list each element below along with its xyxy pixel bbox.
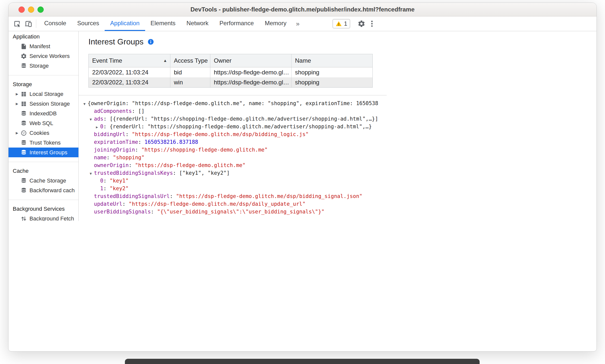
database-icon (20, 178, 27, 184)
warning-icon (335, 20, 342, 27)
sidebar-item-cache-storage[interactable]: Cache Storage (8, 176, 78, 185)
table-row[interactable]: 22/03/2022, 11:03:24bidhttps://dsp-fledg… (89, 67, 373, 78)
json-tree-row[interactable]: ▶0: {renderUrl: "https://shopping-fledge… (79, 123, 597, 131)
inspect-icon[interactable] (12, 19, 22, 29)
warnings-badge[interactable]: 1 (332, 19, 350, 28)
sidebar-item-label: Local Storage (29, 91, 63, 97)
tree-expander-open-icon[interactable]: ▼ (83, 100, 88, 108)
expand-arrow-icon[interactable]: ▶ (13, 131, 20, 135)
sidebar-section-header-background-services[interactable]: Background Services (8, 204, 78, 214)
json-tree-row[interactable]: adComponents: [] (79, 107, 597, 115)
json-tree-row[interactable]: trustedBiddingSignalsUrl: "https://dsp-f… (79, 192, 597, 200)
json-tree-row[interactable]: biddingUrl: "https://dsp-fledge-demo.gli… (79, 131, 597, 138)
view-heading: Interest Groups (88, 36, 597, 47)
sidebar-item-label: Interest Groups (29, 149, 67, 156)
json-tree-row[interactable]: userBiddingSignals: "{\"user_bidding_sig… (79, 208, 597, 216)
minimize-button[interactable] (28, 6, 34, 13)
json-tree-row[interactable]: ▼ads: [{renderUrl: "https://shopping-fle… (79, 115, 597, 123)
close-button[interactable] (18, 6, 25, 13)
json-tree-row[interactable]: ▼{ownerOrigin: "https://dsp-fledge-demo.… (79, 100, 597, 107)
sidebar-section-header-storage[interactable]: Storage (8, 79, 78, 89)
more-tabs-chevron-icon[interactable]: » (292, 16, 303, 31)
device-toolbar-icon[interactable] (23, 19, 33, 29)
tab-memory[interactable]: Memory (259, 16, 292, 31)
tab-application[interactable]: Application (105, 16, 145, 31)
sidebar-section-header-cache[interactable]: Cache (8, 166, 78, 176)
column-header-label: Access Type (174, 57, 208, 64)
info-icon[interactable] (147, 38, 154, 45)
sidebar-item-cookies[interactable]: ▶Cookies (8, 128, 78, 138)
settings-gear-icon[interactable] (356, 19, 366, 29)
table-cell[interactable]: https://dsp-fledge-demo.gl… (210, 77, 292, 88)
sidebar-item-label: Manifest (29, 43, 50, 50)
column-header-owner[interactable]: Owner (210, 54, 292, 67)
sidebar-section-header-application[interactable]: Application (8, 32, 78, 41)
window-controls (18, 6, 44, 13)
sidebar-item-indexeddb[interactable]: IndexedDB (8, 109, 78, 118)
sidebar-item-session-storage[interactable]: ▶Session Storage (8, 99, 78, 109)
json-string-text: "https://dsp-fledge-demo.glitch.me/dsp/d… (129, 201, 305, 207)
json-string-text: "{\"user_bidding_signals\":\"user_biddin… (157, 209, 324, 215)
tab-sources[interactable]: Sources (72, 16, 105, 31)
table-cell[interactable]: 22/03/2022, 11:03:24 (89, 77, 170, 88)
json-plain-text: : (125, 131, 132, 137)
zoom-button[interactable] (37, 6, 44, 13)
tab-network[interactable]: Network (181, 16, 214, 31)
sidebar-item-label: Web SQL (29, 120, 53, 127)
sidebar-section-application: ApplicationManifestService WorkersStorag… (8, 32, 78, 71)
sidebar-item-manifest[interactable]: Manifest (8, 41, 78, 51)
table-cell[interactable]: bid (170, 67, 210, 78)
expand-arrow-icon[interactable]: ▶ (13, 92, 20, 96)
column-header-name[interactable]: Name (292, 54, 373, 67)
table-cell[interactable]: win (170, 77, 210, 88)
tree-expander-closed-icon[interactable]: ▶ (96, 123, 100, 131)
json-string-text: "shopping" (113, 155, 144, 161)
table-cell[interactable]: 22/03/2022, 11:03:24 (89, 67, 170, 78)
column-header-label: Owner (214, 57, 232, 64)
table-row[interactable]: 22/03/2022, 11:03:24winhttps://dsp-fledg… (89, 77, 373, 88)
json-plain-text: : (138, 139, 144, 145)
sidebar-item-label: Back/forward cach (29, 187, 75, 194)
sidebar-item-label: Cache Storage (29, 178, 66, 184)
updown-arrows-icon (20, 215, 27, 221)
page-title: Interest Groups (88, 37, 144, 46)
sidebar-item-background-fetch[interactable]: Background Fetch (8, 214, 78, 221)
json-tree-row[interactable]: 0: "key1" (79, 177, 597, 185)
table-cell[interactable]: https://dsp-fledge-demo.gl… (210, 67, 292, 78)
sidebar-item-interest-groups[interactable]: Interest Groups (8, 148, 78, 157)
json-plain-text: : [{renderUrl: "https://shopping-fledge-… (103, 116, 378, 122)
expand-arrow-icon[interactable]: ▶ (13, 102, 20, 106)
tree-expander-open-icon[interactable]: ▼ (90, 116, 94, 123)
sidebar-item-local-storage[interactable]: ▶Local Storage (8, 89, 78, 99)
tree-expander-open-icon[interactable]: ▼ (90, 170, 94, 178)
sidebar-item-service-workers[interactable]: Service Workers (8, 51, 78, 61)
tab-console[interactable]: Console (39, 16, 72, 31)
tab-elements[interactable]: Elements (145, 16, 181, 31)
json-string-text: "key1" (110, 178, 129, 184)
json-plain-text: : (129, 162, 135, 168)
sidebar-item-web-sql[interactable]: Web SQL (8, 118, 78, 128)
json-tree-row[interactable]: ownerOrigin: "https://dsp-fledge-demo.gl… (79, 162, 597, 169)
json-plain-text: : (103, 185, 110, 191)
table-cell[interactable]: shopping (292, 77, 373, 88)
sidebar-item-trust-tokens[interactable]: Trust Tokens (8, 138, 78, 148)
json-tree-row[interactable]: 1: "key2" (79, 185, 597, 192)
json-plain-text: : (103, 178, 110, 184)
database-icon (20, 120, 27, 127)
sidebar-item-back-forward-cach[interactable]: Back/forward cach (8, 185, 78, 195)
panel-content: ApplicationManifestService WorkersStorag… (8, 31, 597, 221)
sidebar-item-label: Session Storage (29, 101, 70, 107)
column-header-access-type[interactable]: Access Type (170, 54, 210, 67)
background-window-edge (125, 359, 480, 364)
json-tree-row[interactable]: name: "shopping" (79, 154, 597, 162)
tab-performance[interactable]: Performance (214, 16, 259, 31)
sidebar-item-storage[interactable]: Storage (8, 61, 78, 71)
more-options-icon[interactable] (367, 19, 377, 29)
json-tree-row[interactable]: ▼trustedBiddingSignalsKeys: ["key1", "ke… (79, 169, 597, 177)
json-tree-row[interactable]: updateUrl: "https://dsp-fledge-demo.glit… (79, 200, 597, 208)
table-cell[interactable]: shopping (292, 67, 373, 78)
column-header-event-time[interactable]: Event Time▲ (89, 54, 170, 67)
json-tree-row[interactable]: joiningOrigin: "https://shopping-fledge-… (79, 146, 597, 154)
json-tree-row[interactable]: expirationTime: 1650538216.837188 (79, 138, 597, 146)
json-plain-text: : {renderUrl: "https://shopping-fledge-d… (103, 124, 372, 130)
